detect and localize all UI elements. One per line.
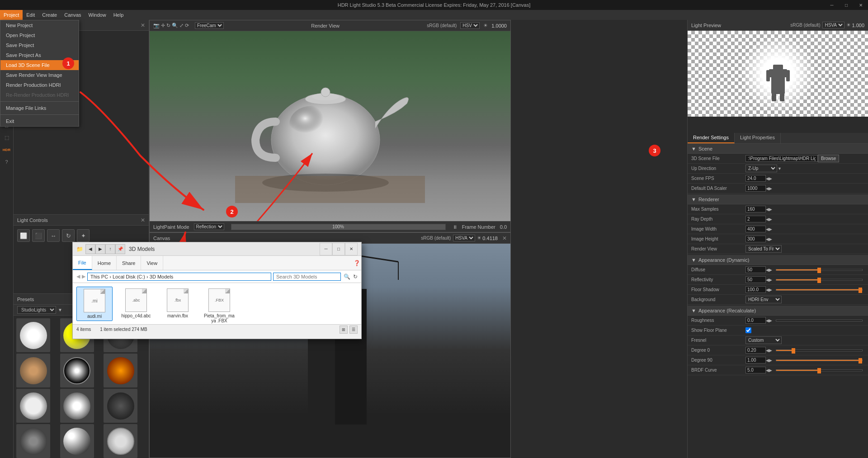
menu-new-project[interactable]: New Project <box>0 20 79 30</box>
preset-11[interactable] <box>60 424 94 458</box>
dialog-toolbar-icon2[interactable]: 📌 <box>115 244 125 254</box>
brdf-slider[interactable] <box>776 369 863 371</box>
dialog-close[interactable]: ✕ <box>345 243 358 255</box>
appearance-dynamic-header[interactable]: ▼ Appearance (Dynamic) <box>688 255 868 265</box>
preset-10[interactable] <box>16 424 50 458</box>
dialog-nav-forward[interactable]: ▶ <box>95 244 105 254</box>
address-back[interactable]: ◀ <box>76 274 80 279</box>
preset-8[interactable] <box>60 389 94 423</box>
lp-mode-select[interactable]: HSVA <box>822 22 844 28</box>
reflectivity-input[interactable] <box>745 276 766 283</box>
close-button[interactable]: ✕ <box>854 0 868 10</box>
menu-edit[interactable]: Edit <box>23 10 38 20</box>
ctrl-icon-rect[interactable]: ⬜ <box>17 229 30 242</box>
menu-save-project[interactable]: Save Project <box>0 40 79 50</box>
scene-fps-input[interactable] <box>745 175 766 182</box>
ribbon-tab-file[interactable]: File <box>73 256 92 270</box>
pause-button[interactable]: ⏸ <box>453 224 458 230</box>
maximize-button[interactable]: □ <box>839 0 854 10</box>
menu-canvas[interactable]: Canvas <box>61 10 85 20</box>
render-view-select[interactable]: Scaled To Fit <box>745 245 782 253</box>
sidebar-icon-hdr[interactable]: HDR <box>1 144 12 155</box>
minimize-button[interactable]: ─ <box>825 0 839 10</box>
preset-1[interactable] <box>16 318 50 352</box>
ray-depth-input[interactable] <box>745 216 766 222</box>
ctrl-icon-sun[interactable]: ✦ <box>77 229 90 242</box>
status-icon-grid[interactable]: ⊞ <box>340 326 348 334</box>
toolbar-icon-rotate[interactable]: ↻ <box>166 23 170 28</box>
ctrl-icon-rotate[interactable]: ↻ <box>62 229 75 242</box>
ctrl-icon-rect2[interactable]: ⬛ <box>32 229 45 242</box>
dialog-maximize[interactable]: □ <box>332 243 345 255</box>
menu-render-production[interactable]: Render Production HDRI <box>0 80 79 90</box>
menu-window[interactable]: Window <box>85 10 110 20</box>
camera-select[interactable]: FreeCam <box>195 22 224 29</box>
scene-file-input[interactable] <box>745 155 818 162</box>
diffuse-slider[interactable] <box>776 269 863 271</box>
dialog-minimize[interactable]: ─ <box>320 243 332 255</box>
menu-exit[interactable]: Exit <box>0 116 79 126</box>
file-item-marvin[interactable]: .fbx marvin.fbx <box>160 287 196 320</box>
menu-save-render[interactable]: Save Render View Image <box>0 70 79 80</box>
preset-7[interactable] <box>16 389 50 423</box>
file-item-audi[interactable]: .mi audi.mi <box>76 287 113 321</box>
degree90-slider[interactable] <box>776 359 863 361</box>
show-floor-checkbox[interactable] <box>745 327 751 333</box>
search-icon[interactable]: 🔍 <box>344 274 350 280</box>
image-height-input[interactable] <box>745 236 766 242</box>
tab-render-settings[interactable]: Render Settings <box>688 133 735 143</box>
preset-9[interactable] <box>104 389 137 423</box>
search-input[interactable] <box>273 273 341 281</box>
appearance-recalc-header[interactable]: ▼ Appearance (Recalculate) <box>688 306 868 316</box>
address-forward[interactable]: ▶ <box>82 274 85 279</box>
degree90-input[interactable] <box>745 357 766 364</box>
light-controls-close[interactable]: ✕ <box>141 217 145 223</box>
sidebar-icon-paint[interactable]: ⬚ <box>1 132 12 143</box>
toolbar-icon-camera[interactable]: 📷 <box>153 23 160 28</box>
preset-6[interactable] <box>104 354 137 387</box>
tab-light-properties[interactable]: Light Properties <box>735 133 781 143</box>
max-samples-input[interactable] <box>745 206 766 212</box>
menu-create[interactable]: Create <box>38 10 61 20</box>
reflectivity-slider[interactable] <box>776 279 863 281</box>
preset-12[interactable] <box>104 424 137 458</box>
file-item-pieta[interactable]: .FBX Pieta_from_maya .FBX <box>201 287 237 325</box>
up-direction-select[interactable]: Z-Up <box>745 165 777 172</box>
menu-manage-links[interactable]: Manage File Links <box>0 103 79 113</box>
fresnel-select[interactable]: Custom <box>745 336 782 344</box>
degree0-input[interactable] <box>745 347 766 354</box>
floor-shadow-input[interactable] <box>745 286 766 293</box>
ctrl-icon-move[interactable]: ↔ <box>47 229 60 242</box>
brdf-input[interactable] <box>745 367 766 373</box>
sidebar-icon-question[interactable]: ? <box>1 156 12 167</box>
dialog-nav-up[interactable]: ↑ <box>105 244 115 254</box>
preset-4[interactable] <box>16 354 50 387</box>
studio-lights-select[interactable]: StudioLights <box>17 306 56 314</box>
image-width-input[interactable] <box>745 226 766 232</box>
roughness-slider[interactable] <box>776 320 863 321</box>
menu-open-project[interactable]: Open Project <box>0 30 79 40</box>
renderer-section-header[interactable]: ▼ Renderer <box>688 194 868 204</box>
toolbar-icon-move[interactable]: ✛ <box>161 23 165 28</box>
browse-button[interactable]: Browse <box>818 155 839 162</box>
canvas-close[interactable]: ✕ <box>502 235 507 241</box>
scene-section-header[interactable]: ▼ Scene <box>688 144 868 154</box>
status-icon-list[interactable]: ☰ <box>349 326 358 334</box>
toolbar-icon-reset[interactable]: ⟳ <box>185 23 189 28</box>
menu-project[interactable]: Project <box>0 10 23 20</box>
toolbar-icon-zoom[interactable]: 🔍 <box>172 23 178 28</box>
light-list-close[interactable]: ✕ <box>141 22 145 28</box>
dialog-nav-back[interactable]: ◀ <box>85 244 95 254</box>
menu-help[interactable]: Help <box>110 10 127 20</box>
tone-map-select[interactable]: HSV <box>460 22 480 29</box>
diffuse-input[interactable] <box>745 266 766 273</box>
refresh-icon[interactable]: ↻ <box>353 274 358 280</box>
canvas-mode-select[interactable]: HSVA <box>453 235 475 241</box>
degree0-slider[interactable] <box>776 349 863 351</box>
file-item-hippo[interactable]: .abc hippo_c4d.abc <box>118 287 154 320</box>
reflection-select[interactable]: Reflection <box>194 223 224 230</box>
toolbar-icon-fit[interactable]: ⤢ <box>179 23 184 28</box>
preset-5[interactable] <box>60 354 94 387</box>
ribbon-tab-share[interactable]: Share <box>117 256 141 270</box>
ribbon-expand[interactable]: ❓ <box>352 256 361 270</box>
